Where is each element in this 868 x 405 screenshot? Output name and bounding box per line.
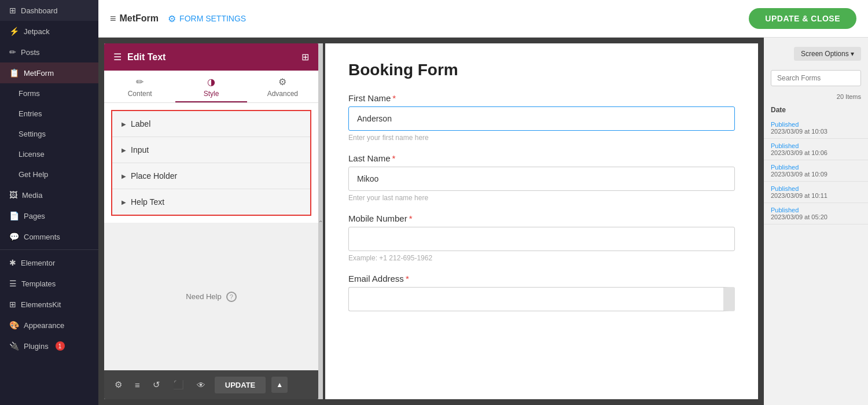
field-mobile: Mobile Number* Example: +1 212-695-1962 <box>348 213 735 262</box>
comments-icon: 💬 <box>9 232 19 241</box>
sidebar-item-templates[interactable]: ☰ Templates <box>0 273 98 294</box>
accordion-list: ▶ Label ▶ Input ▶ Place Holder <box>111 110 311 216</box>
toolbar-history-button[interactable]: ↺ <box>149 377 164 392</box>
media-icon: 🖼 <box>9 190 17 200</box>
form-settings-button[interactable]: ⚙ FORM SETTINGS <box>168 13 246 24</box>
mobile-input[interactable] <box>348 227 735 251</box>
sidebar-item-forms[interactable]: Forms <box>0 83 98 104</box>
last-name-label: Last Name* <box>348 153 735 163</box>
update-close-button[interactable]: UPDATE & CLOSE <box>749 8 856 29</box>
table-row: Published 2023/03/09 at 10:03 <box>764 117 868 139</box>
arrow-icon-placeholder: ▶ <box>122 173 126 179</box>
table-row: Published 2023/03/09 at 10:09 <box>764 160 868 182</box>
toolbar-preview-button[interactable]: 👁 <box>193 378 209 392</box>
sidebar-item-comments[interactable]: 💬 Comments <box>0 226 98 247</box>
arrow-icon-help-text: ▶ <box>122 199 126 205</box>
table-row: Published 2023/03/09 at 05:20 <box>764 203 868 224</box>
table-row: Published 2023/03/09 at 10:11 <box>764 182 868 203</box>
sidebar-item-elementor[interactable]: ✱ Elementor <box>0 252 98 273</box>
tab-advanced[interactable]: ⚙ Advanced <box>247 71 318 102</box>
appearance-icon: 🎨 <box>9 321 19 330</box>
sidebar-item-get-help[interactable]: Get Help <box>0 164 98 185</box>
form-preview: Booking Form First Name* Enter your firs… <box>325 43 758 399</box>
update-arrow-button[interactable]: ▲ <box>271 377 288 393</box>
form-title: Booking Form <box>348 61 735 79</box>
editor-title: Edit Text <box>127 52 165 62</box>
metform-icon: 📋 <box>9 68 19 78</box>
jetpack-icon: ⚡ <box>9 27 19 36</box>
editor-header: ☰ Edit Text ⊞ <box>104 43 318 71</box>
accordion-header-placeholder[interactable]: ▶ Place Holder <box>112 163 310 189</box>
mobile-required: * <box>409 213 413 223</box>
sidebar-item-plugins[interactable]: 🔌 Plugins 1 <box>0 336 98 356</box>
need-help-section: Need Help ? <box>104 223 318 370</box>
sidebar-item-jetpack[interactable]: ⚡ Jetpack <box>0 21 98 42</box>
help-circle-icon[interactable]: ? <box>226 292 237 302</box>
accordion-header-input[interactable]: ▶ Input <box>112 137 310 163</box>
search-forms-input[interactable] <box>771 70 861 86</box>
sidebar-item-dashboard[interactable]: ⊞ Dashboard <box>0 0 98 21</box>
items-count: 20 Items <box>764 91 868 102</box>
main-area: ≡ MetForm ⚙ FORM SETTINGS UPDATE & CLOSE… <box>98 0 868 405</box>
sidebar-item-posts[interactable]: ✏ Posts <box>0 42 98 62</box>
field-email: Email Address* <box>348 274 735 311</box>
arrow-icon-label: ▶ <box>122 121 126 127</box>
pages-icon: 📄 <box>9 211 19 220</box>
editor-toolbar: ⚙ ≡ ↺ ⬛ 👁 UPDATE ▲ <box>104 370 318 399</box>
sidebar-item-pages[interactable]: 📄 Pages <box>0 205 98 226</box>
content-tab-icon: ✏ <box>136 76 144 87</box>
sidebar-item-media[interactable]: 🖼 Media <box>0 185 98 205</box>
mobile-label: Mobile Number* <box>348 213 735 223</box>
email-input[interactable] <box>348 287 735 311</box>
editor-tabs: ✏ Content ◑ Style ⚙ Advanced <box>104 71 318 103</box>
first-name-hint: Enter your first name here <box>348 134 735 142</box>
panel-collapse-handle[interactable]: ‹ <box>318 43 323 399</box>
plugins-badge: 1 <box>56 341 65 351</box>
first-name-label: First Name* <box>348 93 735 103</box>
hamburger-icon[interactable]: ☰ <box>113 51 122 62</box>
sidebar-item-metform[interactable]: 📋 MetForm <box>0 62 98 83</box>
email-required: * <box>406 274 409 284</box>
right-panel: Screen Options ▾ 20 Items Date Published… <box>764 38 868 405</box>
toolbar-layers-button[interactable]: ≡ <box>131 378 144 392</box>
sidebar-divider <box>0 249 98 250</box>
accordion-item-placeholder: ▶ Place Holder <box>112 163 310 189</box>
grid-icon[interactable]: ⊞ <box>301 51 309 62</box>
field-last-name: Last Name* Enter your last name here <box>348 153 735 202</box>
first-name-required: * <box>392 93 396 103</box>
accordion-item-help-text: ▶ Help Text <box>112 189 310 215</box>
last-name-required: * <box>392 153 396 163</box>
sidebar-item-appearance[interactable]: 🎨 Appearance <box>0 315 98 336</box>
screen-options-bar: Screen Options ▾ <box>764 42 868 65</box>
accordion-header-help-text[interactable]: ▶ Help Text <box>112 189 310 215</box>
last-name-input[interactable] <box>348 167 735 191</box>
accordion-header-label[interactable]: ▶ Label <box>112 111 310 137</box>
first-name-input[interactable] <box>348 106 735 131</box>
left-sidebar: ⊞ Dashboard ⚡ Jetpack ✏ Posts 📋 MetForm … <box>0 0 98 405</box>
col-date-header: Date <box>764 102 868 117</box>
update-button[interactable]: UPDATE <box>215 377 266 393</box>
toolbar-settings-button[interactable]: ⚙ <box>111 377 126 392</box>
tab-content[interactable]: ✏ Content <box>104 71 175 102</box>
plugins-icon: 🔌 <box>9 341 19 351</box>
tab-style[interactable]: ◑ Style <box>175 71 247 102</box>
elementor-icon: ✱ <box>9 258 16 267</box>
sidebar-item-license[interactable]: License <box>0 144 98 164</box>
screen-options-button[interactable]: Screen Options ▾ <box>794 47 861 61</box>
accordion-item-input: ▶ Input <box>112 137 310 163</box>
sidebar-item-settings[interactable]: Settings <box>0 124 98 144</box>
arrow-icon-input: ▶ <box>122 147 126 153</box>
toolbar-responsive-button[interactable]: ⬛ <box>170 377 187 392</box>
gear-icon: ⚙ <box>168 13 176 24</box>
metform-logo: ≡ MetForm <box>110 13 159 25</box>
sidebar-item-elementskit[interactable]: ⊞ ElementsKit <box>0 294 98 315</box>
top-bar: ≡ MetForm ⚙ FORM SETTINGS UPDATE & CLOSE <box>98 0 868 38</box>
need-help-label: Need Help <box>186 292 221 301</box>
advanced-tab-icon: ⚙ <box>278 76 286 87</box>
sidebar-item-entries[interactable]: Entries <box>0 104 98 124</box>
editor-panel: ☰ Edit Text ⊞ ✏ Content ◑ Style ⚙ Advanc… <box>104 43 318 399</box>
content-area: ☰ Edit Text ⊞ ✏ Content ◑ Style ⚙ Advanc… <box>98 38 868 405</box>
dashboard-icon: ⊞ <box>9 6 16 15</box>
last-name-hint: Enter your last name here <box>348 194 735 202</box>
accordion-item-label: ▶ Label <box>112 111 310 137</box>
